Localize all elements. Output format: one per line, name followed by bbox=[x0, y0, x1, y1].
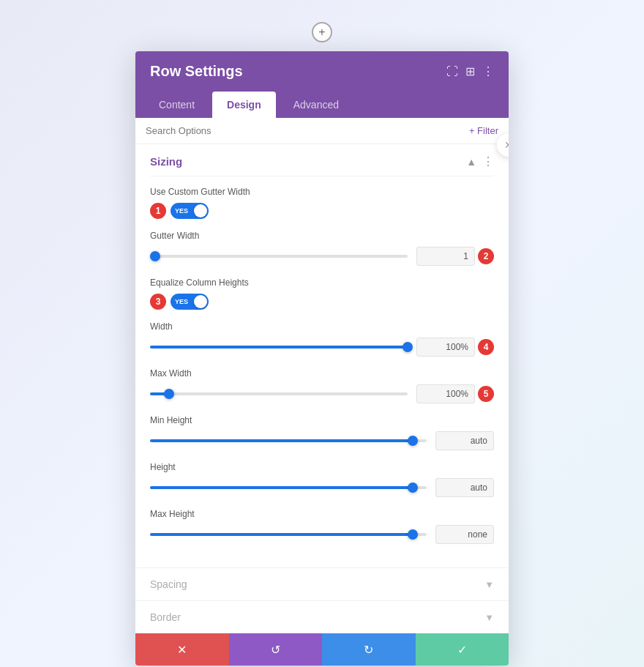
max-width-label: Max Width bbox=[150, 368, 494, 379]
min-height-thumb[interactable] bbox=[408, 436, 418, 446]
panel-body: Sizing ▲ ⋮ Use Custom Gutter Width 1 YES bbox=[135, 144, 509, 633]
setting-equalize-column-heights: Equalize Column Heights 3 YES bbox=[150, 277, 494, 310]
panel-title: Row Settings bbox=[150, 63, 243, 80]
setting-height: Height auto bbox=[150, 462, 494, 497]
height-slider-container bbox=[150, 486, 427, 489]
max-width-value: 100% bbox=[416, 384, 475, 403]
max-width-thumb[interactable] bbox=[164, 389, 174, 399]
bottom-toolbar: ✕ ↺ ↻ ✓ bbox=[135, 633, 509, 666]
toggle-on-label-2: YES bbox=[175, 298, 188, 305]
height-label: Height bbox=[150, 462, 494, 472]
reset-icon: ↺ bbox=[271, 643, 280, 657]
border-title: Border bbox=[150, 611, 181, 623]
max-height-slider-row: none bbox=[150, 525, 494, 544]
max-width-fill bbox=[150, 392, 165, 395]
max-height-thumb[interactable] bbox=[408, 529, 418, 540]
max-height-value: none bbox=[435, 525, 494, 544]
spacing-section: Spacing ▼ bbox=[135, 567, 509, 600]
search-bar: + Filter bbox=[135, 118, 509, 144]
max-width-slider-row: 100% 5 bbox=[150, 384, 494, 403]
spacing-chevron-icon[interactable]: ▼ bbox=[484, 579, 494, 590]
gutter-width-value: 1 bbox=[416, 247, 475, 266]
min-height-track bbox=[150, 439, 427, 442]
section-menu-icon[interactable]: ⋮ bbox=[482, 154, 494, 168]
sizing-section: Sizing ▲ ⋮ Use Custom Gutter Width 1 YES bbox=[135, 144, 509, 567]
filter-button[interactable]: + Filter bbox=[469, 125, 498, 136]
setting-use-custom-gutter-width: Use Custom Gutter Width 1 YES bbox=[150, 187, 494, 219]
tab-advanced[interactable]: Advanced bbox=[279, 92, 353, 118]
toggle-thumb-2 bbox=[194, 295, 207, 308]
plus-icon: + bbox=[318, 26, 325, 39]
section-collapse-icon[interactable]: ▲ bbox=[466, 156, 476, 168]
equalize-column-heights-toggle[interactable]: YES bbox=[171, 294, 209, 310]
search-input[interactable] bbox=[146, 125, 469, 136]
height-value: auto bbox=[435, 478, 494, 497]
badge-5: 5 bbox=[478, 386, 494, 402]
setting-max-height: Max Height none bbox=[150, 509, 494, 544]
use-custom-gutter-width-toggle[interactable]: YES bbox=[171, 203, 209, 219]
row-settings-panel: Row Settings ⛶ ⊞ ⋮ Content Design Advanc… bbox=[135, 51, 509, 666]
cancel-button[interactable]: ✕ bbox=[135, 633, 229, 666]
badge-4: 4 bbox=[478, 339, 494, 355]
page-wrapper: + Row Settings ⛶ ⊞ ⋮ Content Design Adva… bbox=[0, 22, 644, 667]
max-height-label: Max Height bbox=[150, 509, 494, 519]
border-section: Border ▼ bbox=[135, 600, 509, 633]
close-icon: ✕ bbox=[504, 139, 509, 151]
min-height-value: auto bbox=[435, 431, 494, 450]
max-width-track bbox=[150, 392, 408, 395]
width-label: Width bbox=[150, 321, 494, 332]
save-icon: ✓ bbox=[457, 643, 467, 657]
setting-max-width: Max Width 100% 5 bbox=[150, 368, 494, 403]
height-slider-row: auto bbox=[150, 478, 494, 497]
width-slider-row: 100% 4 bbox=[150, 338, 494, 357]
height-fill bbox=[150, 486, 413, 489]
max-height-slider-container bbox=[150, 533, 427, 536]
gutter-width-thumb[interactable] bbox=[150, 251, 160, 261]
min-height-fill bbox=[150, 439, 413, 442]
header-actions: ⛶ ⊞ ⋮ bbox=[446, 64, 494, 78]
height-track bbox=[150, 486, 427, 489]
use-custom-gutter-width-label: Use Custom Gutter Width bbox=[150, 187, 494, 197]
max-height-fill bbox=[150, 533, 413, 536]
min-height-slider-row: auto bbox=[150, 431, 494, 450]
width-value: 100% bbox=[416, 338, 475, 357]
setting-width: Width 100% 4 bbox=[150, 321, 494, 357]
add-button[interactable]: + bbox=[312, 22, 332, 42]
badge-1: 1 bbox=[150, 203, 166, 219]
tab-design[interactable]: Design bbox=[212, 92, 276, 118]
spacing-title: Spacing bbox=[150, 578, 187, 590]
min-height-label: Min Height bbox=[150, 415, 494, 425]
gutter-width-track bbox=[150, 255, 408, 258]
badge-3: 3 bbox=[150, 294, 166, 310]
width-thumb[interactable] bbox=[402, 342, 413, 352]
equalize-column-heights-toggle-wrap: 3 YES bbox=[150, 294, 494, 310]
width-slider-container bbox=[150, 346, 408, 349]
fullscreen-icon[interactable]: ⛶ bbox=[446, 65, 458, 78]
setting-min-height: Min Height auto bbox=[150, 415, 494, 450]
menu-icon[interactable]: ⋮ bbox=[482, 64, 494, 78]
width-track bbox=[150, 346, 408, 349]
tabs: Content Design Advanced bbox=[135, 92, 509, 118]
border-chevron-icon[interactable]: ▼ bbox=[484, 612, 494, 623]
section-actions: ▲ ⋮ bbox=[466, 154, 494, 168]
reset-button[interactable]: ↺ bbox=[229, 633, 323, 666]
toggle-thumb bbox=[194, 204, 207, 217]
redo-button[interactable]: ↻ bbox=[322, 633, 416, 666]
equalize-column-heights-label: Equalize Column Heights bbox=[150, 277, 494, 288]
badge-2: 2 bbox=[478, 248, 494, 264]
cancel-icon: ✕ bbox=[177, 643, 187, 657]
max-height-track bbox=[150, 533, 427, 536]
gutter-width-label: Gutter Width bbox=[150, 231, 494, 241]
tab-content[interactable]: Content bbox=[144, 92, 209, 118]
width-fill bbox=[150, 346, 408, 349]
panel-header: Row Settings ⛶ ⊞ ⋮ bbox=[135, 51, 509, 92]
sizing-section-header: Sizing ▲ ⋮ bbox=[150, 144, 494, 176]
setting-gutter-width: Gutter Width 1 2 bbox=[150, 231, 494, 266]
save-button[interactable]: ✓ bbox=[416, 633, 509, 666]
height-thumb[interactable] bbox=[408, 482, 418, 493]
columns-icon[interactable]: ⊞ bbox=[465, 64, 475, 78]
min-height-slider-container bbox=[150, 439, 427, 442]
spacing-header: Spacing ▼ bbox=[150, 568, 494, 600]
redo-icon: ↻ bbox=[364, 643, 373, 657]
gutter-width-slider-row: 1 2 bbox=[150, 247, 494, 266]
